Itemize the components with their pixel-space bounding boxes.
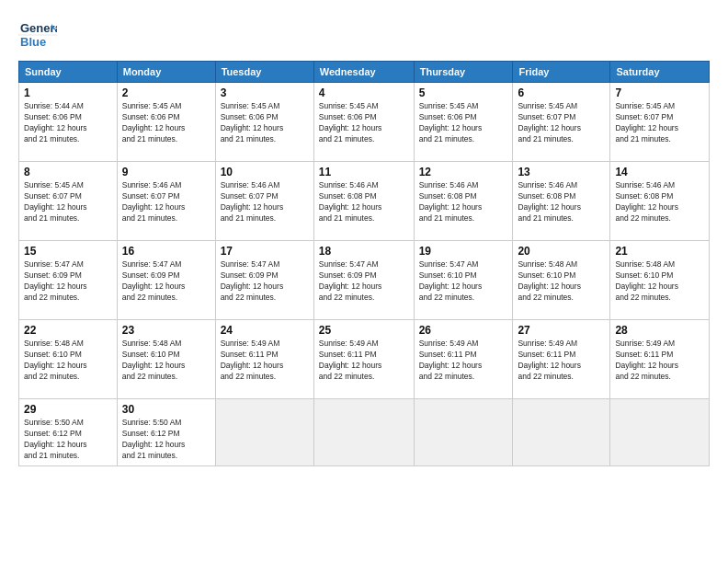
day-number: 22 xyxy=(24,324,112,337)
day-number: 1 xyxy=(24,86,112,99)
day-number: 10 xyxy=(221,166,309,178)
calendar-header-row: SundayMondayTuesdayWednesdayThursdayFrid… xyxy=(19,62,710,83)
weekday-header-thursday: Thursday xyxy=(414,62,513,83)
day-detail: Sunrise: 5:45 AM Sunset: 6:07 PM Dayligh… xyxy=(518,101,605,145)
day-number: 2 xyxy=(122,86,210,99)
day-detail: Sunrise: 5:45 AM Sunset: 6:06 PM Dayligh… xyxy=(419,101,508,145)
calendar-cell: 17Sunrise: 5:47 AM Sunset: 6:09 PM Dayli… xyxy=(215,241,313,320)
day-number: 27 xyxy=(518,324,605,337)
day-detail: Sunrise: 5:46 AM Sunset: 6:08 PM Dayligh… xyxy=(615,180,704,224)
day-detail: Sunrise: 5:49 AM Sunset: 6:11 PM Dayligh… xyxy=(221,339,309,383)
calendar-cell: 3Sunrise: 5:45 AM Sunset: 6:06 PM Daylig… xyxy=(215,83,313,162)
calendar-cell: 5Sunrise: 5:45 AM Sunset: 6:06 PM Daylig… xyxy=(414,83,513,162)
day-number: 3 xyxy=(221,86,309,99)
calendar-cell: 19Sunrise: 5:47 AM Sunset: 6:10 PM Dayli… xyxy=(414,241,513,320)
calendar-cell: 6Sunrise: 5:45 AM Sunset: 6:07 PM Daylig… xyxy=(513,83,610,162)
header: General Blue xyxy=(18,17,710,55)
day-number: 11 xyxy=(319,166,409,178)
day-detail: Sunrise: 5:45 AM Sunset: 6:06 PM Dayligh… xyxy=(122,101,210,145)
day-detail: Sunrise: 5:47 AM Sunset: 6:09 PM Dayligh… xyxy=(319,259,409,304)
day-detail: Sunrise: 5:48 AM Sunset: 6:10 PM Dayligh… xyxy=(122,339,210,383)
weekday-header-sunday: Sunday xyxy=(19,62,118,83)
calendar-cell: 8Sunrise: 5:45 AM Sunset: 6:07 PM Daylig… xyxy=(19,162,118,241)
day-number: 5 xyxy=(419,86,508,99)
day-detail: Sunrise: 5:48 AM Sunset: 6:10 PM Dayligh… xyxy=(615,259,704,304)
day-number: 12 xyxy=(419,166,508,178)
calendar-cell: 9Sunrise: 5:46 AM Sunset: 6:07 PM Daylig… xyxy=(117,162,215,241)
day-detail: Sunrise: 5:49 AM Sunset: 6:11 PM Dayligh… xyxy=(319,339,409,383)
day-detail: Sunrise: 5:45 AM Sunset: 6:07 PM Dayligh… xyxy=(615,101,704,145)
day-detail: Sunrise: 5:47 AM Sunset: 6:10 PM Dayligh… xyxy=(419,259,508,304)
day-detail: Sunrise: 5:47 AM Sunset: 6:09 PM Dayligh… xyxy=(122,259,210,304)
calendar-cell: 12Sunrise: 5:46 AM Sunset: 6:08 PM Dayli… xyxy=(414,162,513,241)
day-detail: Sunrise: 5:48 AM Sunset: 6:10 PM Dayligh… xyxy=(24,339,112,383)
day-detail: Sunrise: 5:47 AM Sunset: 6:09 PM Dayligh… xyxy=(221,259,309,304)
calendar-cell: 29Sunrise: 5:50 AM Sunset: 6:12 PM Dayli… xyxy=(19,399,118,466)
calendar-cell xyxy=(414,399,513,466)
calendar-cell: 10Sunrise: 5:46 AM Sunset: 6:07 PM Dayli… xyxy=(215,162,313,241)
calendar-cell: 18Sunrise: 5:47 AM Sunset: 6:09 PM Dayli… xyxy=(313,241,414,320)
day-number: 9 xyxy=(122,166,210,178)
calendar-cell: 16Sunrise: 5:47 AM Sunset: 6:09 PM Dayli… xyxy=(117,241,215,320)
day-number: 15 xyxy=(24,245,112,258)
day-number: 7 xyxy=(615,86,704,99)
day-detail: Sunrise: 5:45 AM Sunset: 6:06 PM Dayligh… xyxy=(319,101,409,145)
day-detail: Sunrise: 5:49 AM Sunset: 6:11 PM Dayligh… xyxy=(615,339,704,383)
day-detail: Sunrise: 5:46 AM Sunset: 6:07 PM Dayligh… xyxy=(122,180,210,224)
calendar-cell: 28Sunrise: 5:49 AM Sunset: 6:11 PM Dayli… xyxy=(610,320,710,399)
calendar-cell xyxy=(513,399,610,466)
calendar-cell: 2Sunrise: 5:45 AM Sunset: 6:06 PM Daylig… xyxy=(117,83,215,162)
weekday-header-tuesday: Tuesday xyxy=(215,62,313,83)
day-number: 19 xyxy=(419,245,508,258)
day-number: 13 xyxy=(518,166,605,178)
calendar-cell: 30Sunrise: 5:50 AM Sunset: 6:12 PM Dayli… xyxy=(117,399,215,466)
day-detail: Sunrise: 5:45 AM Sunset: 6:06 PM Dayligh… xyxy=(221,101,309,145)
day-detail: Sunrise: 5:46 AM Sunset: 6:07 PM Dayligh… xyxy=(221,180,309,224)
day-detail: Sunrise: 5:48 AM Sunset: 6:10 PM Dayligh… xyxy=(518,259,605,304)
day-number: 29 xyxy=(24,403,112,416)
day-number: 8 xyxy=(24,166,112,178)
calendar-cell: 14Sunrise: 5:46 AM Sunset: 6:08 PM Dayli… xyxy=(610,162,710,241)
weekday-header-monday: Monday xyxy=(117,62,215,83)
calendar-cell: 25Sunrise: 5:49 AM Sunset: 6:11 PM Dayli… xyxy=(313,320,414,399)
day-number: 20 xyxy=(518,245,605,258)
calendar-cell: 26Sunrise: 5:49 AM Sunset: 6:11 PM Dayli… xyxy=(414,320,513,399)
calendar-cell: 11Sunrise: 5:46 AM Sunset: 6:08 PM Dayli… xyxy=(313,162,414,241)
day-number: 4 xyxy=(319,86,409,99)
calendar-cell: 20Sunrise: 5:48 AM Sunset: 6:10 PM Dayli… xyxy=(513,241,610,320)
page: General Blue SundayMondayTuesdayWednesda… xyxy=(0,0,728,476)
day-detail: Sunrise: 5:47 AM Sunset: 6:09 PM Dayligh… xyxy=(24,259,112,304)
day-number: 24 xyxy=(221,324,309,337)
day-detail: Sunrise: 5:50 AM Sunset: 6:12 PM Dayligh… xyxy=(24,418,112,462)
calendar-cell: 27Sunrise: 5:49 AM Sunset: 6:11 PM Dayli… xyxy=(513,320,610,399)
calendar-cell: 23Sunrise: 5:48 AM Sunset: 6:10 PM Dayli… xyxy=(117,320,215,399)
weekday-header-friday: Friday xyxy=(513,62,610,83)
weekday-header-saturday: Saturday xyxy=(610,62,710,83)
day-number: 6 xyxy=(518,86,605,99)
calendar-cell: 7Sunrise: 5:45 AM Sunset: 6:07 PM Daylig… xyxy=(610,83,710,162)
day-number: 17 xyxy=(221,245,309,258)
day-number: 21 xyxy=(615,245,704,258)
calendar-cell xyxy=(610,399,710,466)
day-detail: Sunrise: 5:46 AM Sunset: 6:08 PM Dayligh… xyxy=(518,180,605,224)
calendar-week-row: 15Sunrise: 5:47 AM Sunset: 6:09 PM Dayli… xyxy=(19,241,710,320)
day-detail: Sunrise: 5:44 AM Sunset: 6:06 PM Dayligh… xyxy=(24,101,112,145)
calendar-table: SundayMondayTuesdayWednesdayThursdayFrid… xyxy=(18,61,710,466)
logo-graphic: General Blue xyxy=(18,17,57,55)
calendar-cell xyxy=(313,399,414,466)
calendar-cell: 21Sunrise: 5:48 AM Sunset: 6:10 PM Dayli… xyxy=(610,241,710,320)
calendar-cell xyxy=(215,399,313,466)
calendar-week-row: 1Sunrise: 5:44 AM Sunset: 6:06 PM Daylig… xyxy=(19,83,710,162)
day-number: 26 xyxy=(419,324,508,337)
calendar-cell: 13Sunrise: 5:46 AM Sunset: 6:08 PM Dayli… xyxy=(513,162,610,241)
day-number: 14 xyxy=(615,166,704,178)
svg-text:General: General xyxy=(20,21,57,35)
day-detail: Sunrise: 5:45 AM Sunset: 6:07 PM Dayligh… xyxy=(24,180,112,224)
day-number: 16 xyxy=(122,245,210,258)
day-detail: Sunrise: 5:50 AM Sunset: 6:12 PM Dayligh… xyxy=(122,418,210,462)
day-number: 23 xyxy=(122,324,210,337)
day-detail: Sunrise: 5:46 AM Sunset: 6:08 PM Dayligh… xyxy=(419,180,508,224)
calendar-cell: 15Sunrise: 5:47 AM Sunset: 6:09 PM Dayli… xyxy=(19,241,118,320)
svg-text:Blue: Blue xyxy=(20,35,46,49)
day-detail: Sunrise: 5:46 AM Sunset: 6:08 PM Dayligh… xyxy=(319,180,409,224)
